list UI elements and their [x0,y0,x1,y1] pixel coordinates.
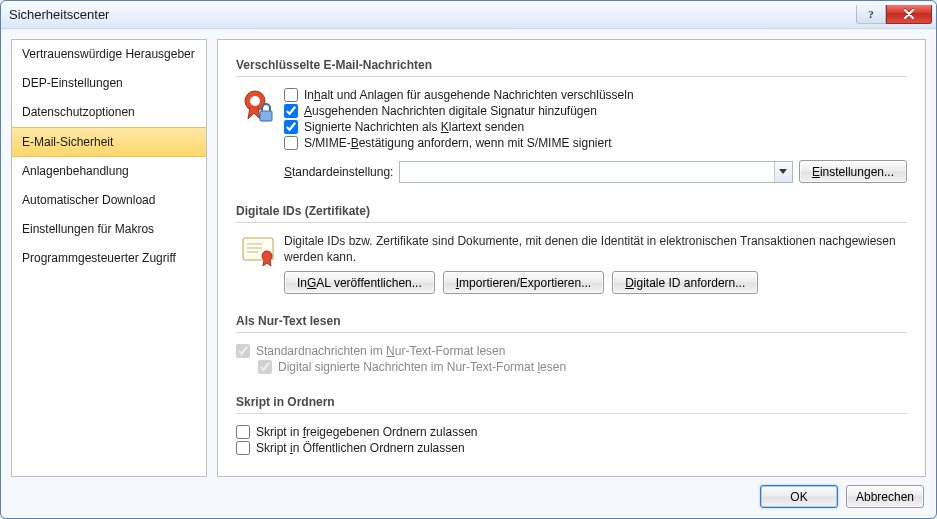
svg-rect-3 [260,111,272,121]
ok-button[interactable]: OK [760,485,838,508]
nav-item-attachment-handling[interactable]: Anlagenbehandlung [12,157,206,186]
nav-item-email-security[interactable]: E-Mail-Sicherheit [12,127,206,157]
client-area: Vertrauenswürdige Herausgeber DEP-Einste… [1,29,936,518]
nav-item-dep-settings[interactable]: DEP-Einstellungen [12,69,206,98]
section-encrypted-email: Verschlüsselte E-Mail-Nachrichten Inhalt… [236,52,907,184]
section-header-digital-ids: Digitale IDs (Zertifikate) [236,198,907,223]
main-row: Vertrauenswürdige Herausgeber DEP-Einste… [11,39,926,477]
checkbox-signed-cleartext[interactable] [284,120,298,134]
label-sign-outgoing: Ausgehenden Nachrichten digitale Signatu… [304,104,597,118]
svg-point-2 [250,96,260,106]
label-default-setting: Standardeinstellung: [284,165,393,179]
help-icon: ? [865,8,877,20]
content-pane: Verschlüsselte E-Mail-Nachrichten Inhalt… [217,39,926,477]
nav-item-macro-settings[interactable]: Einstellungen für Makros [12,215,206,244]
close-icon [903,9,915,19]
certificate-icon [242,235,274,267]
nav-pane: Vertrauenswürdige Herausgeber DEP-Einste… [11,39,207,477]
cancel-button[interactable]: Abbrechen [846,485,924,508]
titlebar-buttons: ? [856,6,934,24]
svg-point-8 [262,251,272,261]
label-smime-receipt: S/MIME-Bestätigung anfordern, wenn mit S… [304,136,611,150]
chevron-down-icon [779,169,787,175]
section-script-folders: Skript in Ordnern Skript in freigegebene… [236,389,907,456]
dialog-footer: OK Abbrechen [11,477,926,508]
encrypt-mail-icon [242,89,274,125]
label-script-shared: Skript in freigegebenen Ordnern zulassen [256,425,477,439]
label-signed-cleartext: Signierte Nachrichten als Klartext sende… [304,120,524,134]
option-script-public: Skript in Öffentlichen Ordnern zulassen [236,440,907,456]
option-read-standard-plaintext: Standardnachrichten im Nur-Text-Format l… [236,343,907,359]
checkbox-script-shared[interactable] [236,425,250,439]
row-default-setting: Standardeinstellung: Einstellungen... [284,159,907,184]
titlebar: Sicherheitscenter ? [1,1,936,29]
nav-item-privacy-options[interactable]: Datenschutzoptionen [12,98,206,127]
window-title: Sicherheitscenter [9,7,856,22]
section-digital-ids: Digitale IDs (Zertifikate) Digitale IDs … [236,198,907,294]
label-read-standard-plaintext: Standardnachrichten im Nur-Text-Format l… [256,344,505,358]
svg-text:?: ? [868,8,874,20]
dialog-window: Sicherheitscenter ? Vertrauenswürdige He… [0,0,937,519]
publish-gal-button[interactable]: In GAL veröffentlichen... [284,271,435,294]
checkbox-sign-outgoing[interactable] [284,104,298,118]
import-export-button[interactable]: Importieren/Exportieren... [443,271,604,294]
nav-item-trusted-publishers[interactable]: Vertrauenswürdige Herausgeber [12,40,206,69]
option-smime-receipt: S/MIME-Bestätigung anfordern, wenn mit S… [284,135,907,151]
checkbox-script-public[interactable] [236,441,250,455]
section-read-plaintext: Als Nur-Text lesen Standardnachrichten i… [236,308,907,375]
nav-item-auto-download[interactable]: Automatischer Download [12,186,206,215]
checkbox-read-standard-plaintext [236,344,250,358]
section-header-encrypted: Verschlüsselte E-Mail-Nachrichten [236,52,907,77]
checkbox-encrypt-outgoing[interactable] [284,88,298,102]
help-button[interactable]: ? [856,5,886,24]
option-read-signed-plaintext: Digital signierte Nachrichten im Nur-Tex… [258,359,907,375]
digital-ids-description: Digitale IDs bzw. Zertifikate sind Dokum… [284,233,907,265]
request-digital-id-button[interactable]: Digitale ID anfordern... [612,271,758,294]
combo-dropdown-button[interactable] [774,162,792,182]
section-header-script: Skript in Ordnern [236,389,907,414]
section-header-plaintext: Als Nur-Text lesen [236,308,907,333]
settings-button[interactable]: Einstellungen... [799,160,907,183]
label-read-signed-plaintext: Digital signierte Nachrichten im Nur-Tex… [278,360,566,374]
option-sign-outgoing: Ausgehenden Nachrichten digitale Signatu… [284,103,907,119]
close-button[interactable] [886,5,932,24]
option-script-shared: Skript in freigegebenen Ordnern zulassen [236,424,907,440]
checkbox-smime-receipt[interactable] [284,136,298,150]
label-script-public: Skript in Öffentlichen Ordnern zulassen [256,441,465,455]
combo-default-setting[interactable] [399,161,792,183]
digital-ids-button-row: In GAL veröffentlichen... Importieren/Ex… [284,271,907,294]
option-signed-cleartext: Signierte Nachrichten als Klartext sende… [284,119,907,135]
label-encrypt-outgoing: Inhalt und Anlagen für ausgehende Nachri… [304,88,634,102]
option-encrypt-outgoing: Inhalt und Anlagen für ausgehende Nachri… [284,87,907,103]
checkbox-read-signed-plaintext [258,360,272,374]
nav-item-programmatic-access[interactable]: Programmgesteuerter Zugriff [12,244,206,273]
